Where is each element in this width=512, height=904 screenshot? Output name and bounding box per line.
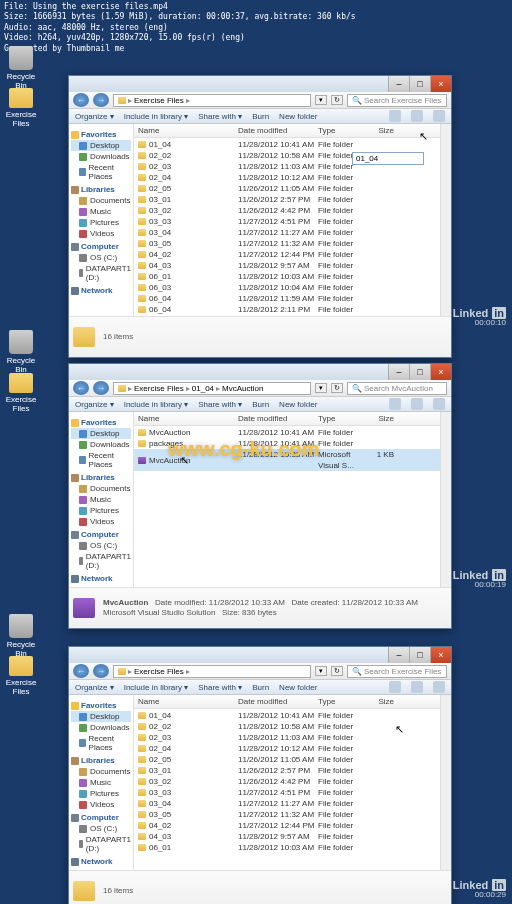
computer-group[interactable]: Computer [71, 530, 131, 539]
new-folder-button[interactable]: New folder [279, 400, 317, 409]
sidebar-item-videos[interactable]: Videos [71, 799, 131, 810]
computer-group[interactable]: Computer [71, 813, 131, 822]
table-row[interactable]: 02_0211/28/2012 10:58 AMFile folder [134, 721, 440, 732]
sidebar-item-pictures[interactable]: Pictures [71, 217, 131, 228]
titlebar[interactable]: – □ × [69, 76, 451, 92]
table-row[interactable]: 04_0311/28/2012 9:57 AMFile folder [134, 260, 440, 271]
table-row[interactable]: 02_0511/26/2012 11:05 AMFile folder [134, 183, 440, 194]
view-icon[interactable] [389, 681, 401, 693]
sidebar-item-pictures[interactable]: Pictures [71, 788, 131, 799]
address-dropdown[interactable]: ▾ [315, 95, 327, 105]
sidebar-item-downloads[interactable]: Downloads [71, 439, 131, 450]
view-icon[interactable] [389, 398, 401, 410]
maximize-button[interactable]: □ [409, 647, 430, 663]
address-bar[interactable]: ▸ Exercise Files ▸ [113, 94, 311, 107]
nav-forward-button[interactable]: → [93, 381, 109, 395]
col-size[interactable]: Size [370, 414, 394, 423]
favorites-group[interactable]: Favorites [71, 130, 131, 139]
desktop-recycle-bin[interactable]: Recycle Bin [5, 614, 37, 658]
table-row[interactable]: packages11/28/2012 10:41 AMFile folder [134, 438, 440, 449]
network-group[interactable]: Network [71, 286, 131, 295]
search-input[interactable]: 🔍Search MvcAuction [347, 382, 447, 395]
sidebar-item-music[interactable]: Music [71, 777, 131, 788]
help-icon[interactable] [433, 681, 445, 693]
col-size[interactable]: Size [370, 126, 394, 135]
include-library-menu[interactable]: Include in library ▾ [124, 112, 188, 121]
table-row[interactable]: 02_0511/26/2012 11:05 AMFile folder [134, 754, 440, 765]
close-button[interactable]: × [430, 364, 451, 380]
table-row[interactable]: 02_0411/28/2012 10:12 AMFile folder [134, 743, 440, 754]
search-input[interactable]: 🔍Search Exercise Files [347, 665, 447, 678]
table-row[interactable]: 06_0411/28/2012 2:11 PMFile folder [134, 304, 440, 315]
address-dropdown[interactable]: ▾ [315, 666, 327, 676]
table-row[interactable]: 03_0211/26/2012 4:42 PMFile folder [134, 776, 440, 787]
libraries-group[interactable]: Libraries [71, 185, 131, 194]
help-icon[interactable] [433, 398, 445, 410]
column-headers[interactable]: Name Date modified Type Size [134, 412, 440, 426]
network-group[interactable]: Network [71, 574, 131, 583]
libraries-group[interactable]: Libraries [71, 473, 131, 482]
col-type[interactable]: Type [318, 126, 370, 135]
sidebar-item-music[interactable]: Music [71, 494, 131, 505]
table-row[interactable]: 01_0411/28/2012 10:41 AMFile folder [134, 139, 440, 150]
minimize-button[interactable]: – [388, 647, 409, 663]
sidebar-item-videos[interactable]: Videos [71, 516, 131, 527]
sidebar-item-recent[interactable]: Recent Places [71, 733, 131, 753]
desktop-exercise-files[interactable]: Exercise Files [5, 373, 37, 413]
nav-back-button[interactable]: ← [73, 381, 89, 395]
table-row[interactable]: 04_0211/27/2012 12:44 PMFile folder [134, 820, 440, 831]
sidebar-item-downloads[interactable]: Downloads [71, 722, 131, 733]
preview-icon[interactable] [411, 398, 423, 410]
include-library-menu[interactable]: Include in library ▾ [124, 400, 188, 409]
table-row[interactable]: 03_0111/26/2012 2:57 PMFile folder [134, 194, 440, 205]
desktop-exercise-files[interactable]: Exercise Files [5, 88, 37, 128]
desktop-recycle-bin[interactable]: Recycle Bin [5, 330, 37, 374]
scrollbar[interactable] [440, 412, 451, 587]
sidebar-item-osc[interactable]: OS (C:) [71, 252, 131, 263]
sidebar-item-music[interactable]: Music [71, 206, 131, 217]
table-row[interactable]: 06_0111/28/2012 10:03 AMFile folder [134, 842, 440, 853]
table-row[interactable]: 06_0411/28/2012 11:59 AMFile folder [134, 293, 440, 304]
search-input[interactable]: 🔍Search Exercise Files [347, 94, 447, 107]
col-date[interactable]: Date modified [238, 414, 318, 423]
sidebar-item-desktop[interactable]: Desktop [71, 140, 131, 151]
refresh-button[interactable]: ↻ [331, 666, 343, 676]
minimize-button[interactable]: – [388, 364, 409, 380]
table-row[interactable]: 03_0311/27/2012 4:51 PMFile folder [134, 787, 440, 798]
table-row[interactable]: 03_0311/27/2012 4:51 PMFile folder [134, 216, 440, 227]
sidebar-item-datapart[interactable]: DATAPART1 (D:) [71, 263, 131, 283]
table-row[interactable]: 03_0111/26/2012 2:57 PMFile folder [134, 765, 440, 776]
table-row[interactable]: MvcAuction11/28/2012 10:41 AMFile folder [134, 427, 440, 438]
network-group[interactable]: Network [71, 857, 131, 866]
share-menu[interactable]: Share with ▾ [198, 683, 242, 692]
sidebar-item-documents[interactable]: Documents [71, 766, 131, 777]
scrollbar[interactable] [440, 695, 451, 870]
col-type[interactable]: Type [318, 697, 370, 706]
new-folder-button[interactable]: New folder [279, 683, 317, 692]
computer-group[interactable]: Computer [71, 242, 131, 251]
address-dropdown[interactable]: ▾ [315, 383, 327, 393]
include-library-menu[interactable]: Include in library ▾ [124, 683, 188, 692]
preview-icon[interactable] [411, 110, 423, 122]
col-name[interactable]: Name [138, 126, 238, 135]
nav-forward-button[interactable]: → [93, 93, 109, 107]
desktop-exercise-files[interactable]: Exercise Files [5, 656, 37, 696]
nav-back-button[interactable]: ← [73, 664, 89, 678]
nav-forward-button[interactable]: → [93, 664, 109, 678]
sidebar-item-desktop[interactable]: Desktop [71, 428, 131, 439]
maximize-button[interactable]: □ [409, 364, 430, 380]
burn-button[interactable]: Burn [252, 400, 269, 409]
titlebar[interactable]: – □ × [69, 364, 451, 380]
organize-menu[interactable]: Organize ▾ [75, 683, 114, 692]
close-button[interactable]: × [430, 76, 451, 92]
table-row[interactable]: 03_0511/27/2012 11:32 AMFile folder [134, 238, 440, 249]
share-menu[interactable]: Share with ▾ [198, 400, 242, 409]
new-folder-button[interactable]: New folder [279, 112, 317, 121]
share-menu[interactable]: Share with ▾ [198, 112, 242, 121]
sidebar-item-downloads[interactable]: Downloads [71, 151, 131, 162]
sidebar-item-recent[interactable]: Recent Places [71, 450, 131, 470]
col-type[interactable]: Type [318, 414, 370, 423]
sidebar-item-desktop[interactable]: Desktop [71, 711, 131, 722]
burn-button[interactable]: Burn [252, 112, 269, 121]
table-row[interactable]: 06_0311/28/2012 10:04 AMFile folder [134, 282, 440, 293]
